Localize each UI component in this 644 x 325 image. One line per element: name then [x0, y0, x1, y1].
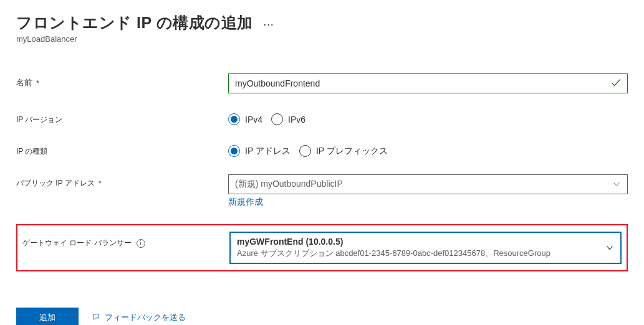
ipv6-radio[interactable]: IPv6 [271, 113, 305, 125]
more-menu-button[interactable]: … [263, 16, 274, 31]
valid-check-icon [610, 77, 622, 90]
ipv4-radio[interactable]: IPv4 [228, 113, 262, 125]
required-mark: * [99, 179, 102, 188]
feedback-icon [92, 313, 101, 322]
gateway-lb-selected-title: myGWFrontEnd (10.0.0.5) [237, 237, 550, 247]
public-ip-dropdown[interactable]: (新規) myOutboundPublicIP [228, 174, 628, 194]
ip-address-radio-label: IP アドレス [245, 146, 291, 157]
ipv4-radio-label: IPv4 [245, 115, 262, 125]
required-mark: * [36, 78, 39, 88]
gateway-lb-selected-subtitle: Azure サブスクリプション abcdef01-2345-6789-0abc-… [237, 248, 550, 259]
ip-address-radio[interactable]: IP アドレス [228, 145, 291, 157]
create-new-public-ip-link[interactable]: 新規作成 [228, 197, 263, 208]
send-feedback-label: フィードバックを送る [105, 312, 186, 323]
name-label: 名前* [16, 73, 228, 88]
page-title: フロントエンド IP の構成の追加 [16, 12, 253, 33]
ip-version-label: IP バージョン [16, 111, 228, 125]
gateway-lb-dropdown[interactable]: myGWFrontEnd (10.0.0.5) Azure サブスクリプション … [229, 232, 622, 264]
public-ip-selected: (新規) myOutboundPublicIP [235, 179, 343, 190]
add-button[interactable]: 追加 [16, 308, 79, 325]
ipv6-radio-label: IPv6 [288, 115, 305, 125]
ip-type-label: IP の種類 [16, 143, 228, 157]
send-feedback-link[interactable]: フィードバックを送る [92, 312, 186, 323]
chevron-down-icon [612, 180, 621, 189]
public-ip-label: パブリック IP アドレス* [16, 174, 228, 189]
gateway-lb-row-highlight: ゲートウェイ ロード バランサー i myGWFrontEnd (10.0.0.… [16, 224, 628, 271]
ip-prefix-radio[interactable]: IP プレフィックス [299, 145, 388, 157]
breadcrumb: myLoadBalancer [16, 34, 628, 44]
info-icon[interactable]: i [137, 239, 145, 248]
ip-prefix-radio-label: IP プレフィックス [316, 146, 388, 157]
name-input[interactable] [228, 73, 628, 93]
gateway-lb-label: ゲートウェイ ロード バランサー i [22, 232, 229, 248]
chevron-down-icon [605, 243, 614, 252]
